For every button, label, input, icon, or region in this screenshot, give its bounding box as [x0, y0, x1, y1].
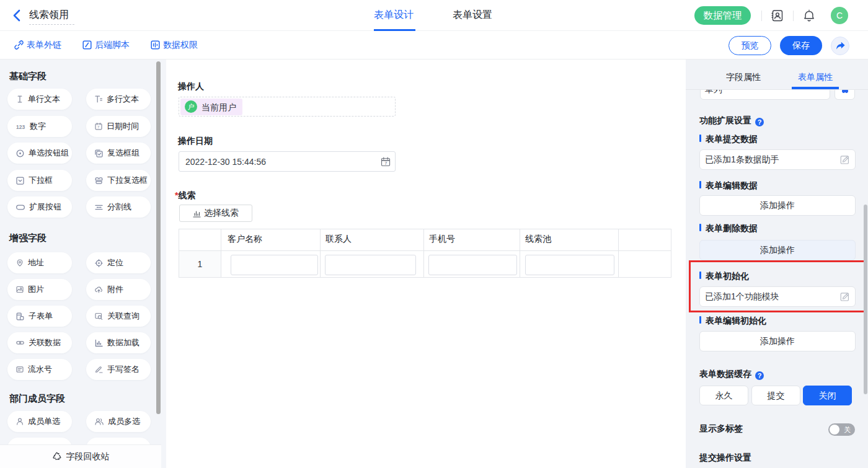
svg-text:7: 7	[384, 161, 387, 166]
svg-text:123: 123	[16, 124, 25, 130]
svg-text:7: 7	[97, 125, 100, 129]
